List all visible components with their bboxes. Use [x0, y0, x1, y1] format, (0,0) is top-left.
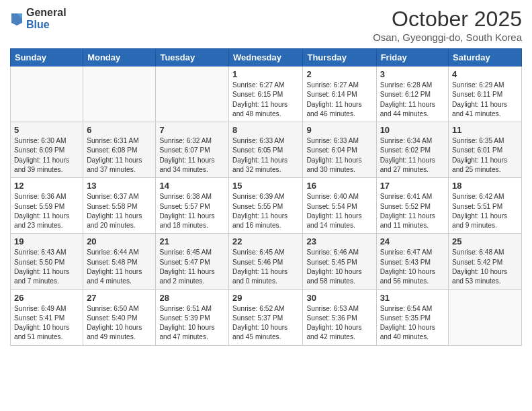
- day-info: Sunrise: 6:45 AMSunset: 5:46 PMDaylight:…: [232, 248, 299, 286]
- day-number: 5: [14, 125, 79, 135]
- day-cell: 18Sunrise: 6:42 AMSunset: 5:51 PMDayligh…: [449, 178, 522, 234]
- col-tuesday: Tuesday: [156, 49, 229, 66]
- day-number: 24: [380, 236, 445, 246]
- day-number: 31: [380, 293, 445, 303]
- day-info: Sunrise: 6:41 AMSunset: 5:52 PMDaylight:…: [380, 192, 445, 230]
- day-cell: 7Sunrise: 6:32 AMSunset: 6:07 PMDaylight…: [156, 122, 229, 178]
- col-wednesday: Wednesday: [229, 49, 303, 66]
- month-title: October 2025: [373, 7, 522, 32]
- day-cell: 15Sunrise: 6:39 AMSunset: 5:55 PMDayligh…: [229, 178, 303, 234]
- day-number: 7: [159, 125, 225, 135]
- day-number: 21: [159, 236, 225, 246]
- day-info: Sunrise: 6:30 AMSunset: 6:09 PMDaylight:…: [14, 136, 79, 175]
- day-cell: 2Sunrise: 6:27 AMSunset: 6:14 PMDaylight…: [303, 66, 376, 122]
- col-friday: Friday: [376, 49, 448, 66]
- day-number: 12: [14, 181, 79, 191]
- day-number: 14: [159, 181, 225, 191]
- day-cell: 14Sunrise: 6:38 AMSunset: 5:57 PMDayligh…: [156, 178, 229, 234]
- day-number: 11: [452, 125, 518, 135]
- day-cell: 24Sunrise: 6:47 AMSunset: 5:43 PMDayligh…: [376, 234, 448, 289]
- day-number: 26: [14, 293, 79, 303]
- day-number: 19: [14, 236, 79, 246]
- page-container: General Blue October 2025 Osan, Gyeonggi…: [0, 0, 532, 411]
- day-number: 3: [380, 69, 445, 79]
- day-number: 9: [306, 125, 372, 135]
- day-info: Sunrise: 6:45 AMSunset: 5:47 PMDaylight:…: [159, 248, 225, 286]
- logo-general: General: [26, 7, 66, 19]
- day-cell: 12Sunrise: 6:36 AMSunset: 5:59 PMDayligh…: [11, 178, 83, 234]
- week-row-5: 26Sunrise: 6:49 AMSunset: 5:41 PMDayligh…: [11, 289, 522, 345]
- day-cell: [83, 66, 156, 122]
- day-number: 30: [306, 293, 372, 303]
- day-info: Sunrise: 6:53 AMSunset: 5:36 PMDaylight:…: [306, 304, 372, 342]
- day-cell: [11, 66, 83, 122]
- week-row-2: 5Sunrise: 6:30 AMSunset: 6:09 PMDaylight…: [11, 122, 522, 178]
- day-info: Sunrise: 6:37 AMSunset: 5:58 PMDaylight:…: [87, 192, 152, 230]
- day-info: Sunrise: 6:34 AMSunset: 6:02 PMDaylight:…: [380, 136, 445, 175]
- day-number: 4: [452, 69, 518, 79]
- day-cell: 10Sunrise: 6:34 AMSunset: 6:02 PMDayligh…: [376, 122, 448, 178]
- logo-text: General Blue: [26, 7, 66, 30]
- day-info: Sunrise: 6:44 AMSunset: 5:48 PMDaylight:…: [87, 248, 152, 286]
- day-number: 29: [232, 293, 299, 303]
- day-number: 13: [87, 181, 152, 191]
- day-info: Sunrise: 6:27 AMSunset: 6:14 PMDaylight:…: [306, 81, 372, 119]
- day-info: Sunrise: 6:35 AMSunset: 6:01 PMDaylight:…: [452, 136, 518, 175]
- day-cell: [156, 66, 229, 122]
- day-info: Sunrise: 6:52 AMSunset: 5:37 PMDaylight:…: [232, 304, 299, 342]
- day-cell: 8Sunrise: 6:33 AMSunset: 6:05 PMDaylight…: [229, 122, 303, 178]
- day-info: Sunrise: 6:27 AMSunset: 6:15 PMDaylight:…: [232, 81, 299, 119]
- logo-icon: [10, 11, 24, 27]
- day-info: Sunrise: 6:31 AMSunset: 6:08 PMDaylight:…: [87, 136, 152, 175]
- day-number: 23: [306, 236, 372, 246]
- day-cell: 27Sunrise: 6:50 AMSunset: 5:40 PMDayligh…: [83, 289, 156, 345]
- day-cell: 11Sunrise: 6:35 AMSunset: 6:01 PMDayligh…: [449, 122, 522, 178]
- calendar-table: Sunday Monday Tuesday Wednesday Thursday…: [10, 48, 522, 346]
- day-cell: 5Sunrise: 6:30 AMSunset: 6:09 PMDaylight…: [11, 122, 83, 178]
- day-number: 27: [87, 293, 152, 303]
- day-cell: 26Sunrise: 6:49 AMSunset: 5:41 PMDayligh…: [11, 289, 83, 345]
- day-number: 6: [87, 125, 152, 135]
- day-info: Sunrise: 6:38 AMSunset: 5:57 PMDaylight:…: [159, 192, 225, 230]
- day-number: 15: [232, 181, 299, 191]
- logo-blue: Blue: [26, 19, 66, 31]
- day-cell: 9Sunrise: 6:33 AMSunset: 6:04 PMDaylight…: [303, 122, 376, 178]
- day-cell: 19Sunrise: 6:43 AMSunset: 5:50 PMDayligh…: [11, 234, 83, 289]
- day-info: Sunrise: 6:50 AMSunset: 5:40 PMDaylight:…: [87, 304, 152, 342]
- day-info: Sunrise: 6:54 AMSunset: 5:35 PMDaylight:…: [380, 304, 445, 342]
- location-subtitle: Osan, Gyeonggi-do, South Korea: [373, 32, 522, 43]
- calendar-header-row: Sunday Monday Tuesday Wednesday Thursday…: [11, 49, 522, 66]
- day-cell: 6Sunrise: 6:31 AMSunset: 6:08 PMDaylight…: [83, 122, 156, 178]
- week-row-4: 19Sunrise: 6:43 AMSunset: 5:50 PMDayligh…: [11, 234, 522, 289]
- logo: General Blue: [10, 7, 66, 30]
- day-info: Sunrise: 6:49 AMSunset: 5:41 PMDaylight:…: [14, 304, 79, 342]
- day-cell: 25Sunrise: 6:48 AMSunset: 5:42 PMDayligh…: [449, 234, 522, 289]
- day-number: 16: [306, 181, 372, 191]
- day-info: Sunrise: 6:33 AMSunset: 6:04 PMDaylight:…: [306, 136, 372, 175]
- day-info: Sunrise: 6:33 AMSunset: 6:05 PMDaylight:…: [232, 136, 299, 175]
- day-number: 8: [232, 125, 299, 135]
- day-number: 1: [232, 69, 299, 79]
- week-row-1: 1Sunrise: 6:27 AMSunset: 6:15 PMDaylight…: [11, 66, 522, 122]
- day-cell: [449, 289, 522, 345]
- day-info: Sunrise: 6:42 AMSunset: 5:51 PMDaylight:…: [452, 192, 518, 230]
- day-info: Sunrise: 6:39 AMSunset: 5:55 PMDaylight:…: [232, 192, 299, 230]
- day-number: 10: [380, 125, 445, 135]
- col-sunday: Sunday: [11, 49, 83, 66]
- day-info: Sunrise: 6:28 AMSunset: 6:12 PMDaylight:…: [380, 81, 445, 119]
- col-thursday: Thursday: [303, 49, 376, 66]
- day-number: 25: [452, 236, 518, 246]
- day-cell: 23Sunrise: 6:46 AMSunset: 5:45 PMDayligh…: [303, 234, 376, 289]
- day-cell: 22Sunrise: 6:45 AMSunset: 5:46 PMDayligh…: [229, 234, 303, 289]
- day-cell: 20Sunrise: 6:44 AMSunset: 5:48 PMDayligh…: [83, 234, 156, 289]
- day-cell: 31Sunrise: 6:54 AMSunset: 5:35 PMDayligh…: [376, 289, 448, 345]
- day-cell: 21Sunrise: 6:45 AMSunset: 5:47 PMDayligh…: [156, 234, 229, 289]
- day-info: Sunrise: 6:51 AMSunset: 5:39 PMDaylight:…: [159, 304, 225, 342]
- day-info: Sunrise: 6:43 AMSunset: 5:50 PMDaylight:…: [14, 248, 79, 286]
- day-cell: 28Sunrise: 6:51 AMSunset: 5:39 PMDayligh…: [156, 289, 229, 345]
- day-cell: 30Sunrise: 6:53 AMSunset: 5:36 PMDayligh…: [303, 289, 376, 345]
- day-cell: 13Sunrise: 6:37 AMSunset: 5:58 PMDayligh…: [83, 178, 156, 234]
- day-info: Sunrise: 6:46 AMSunset: 5:45 PMDaylight:…: [306, 248, 372, 286]
- day-cell: 16Sunrise: 6:40 AMSunset: 5:54 PMDayligh…: [303, 178, 376, 234]
- day-info: Sunrise: 6:48 AMSunset: 5:42 PMDaylight:…: [452, 248, 518, 286]
